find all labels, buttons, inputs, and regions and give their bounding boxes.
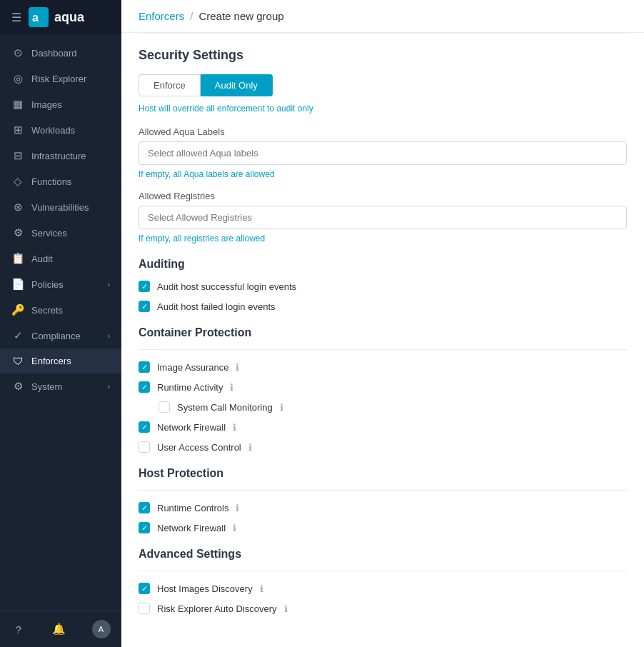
risk-explorer-auto-discovery-info-icon[interactable]: ℹ bbox=[284, 603, 288, 614]
sidebar-item-vulnerabilities[interactable]: ⊛ Vulnerabilities bbox=[0, 194, 121, 220]
audit-login-success-checkbox[interactable] bbox=[139, 281, 150, 292]
sidebar-item-secrets[interactable]: 🔑 Secrets bbox=[0, 297, 121, 323]
system-call-monitoring-info-icon[interactable]: ℹ bbox=[280, 402, 283, 413]
runtime-controls-label: Runtime Controls bbox=[157, 503, 228, 513]
security-settings-title: Security Settings bbox=[139, 48, 627, 63]
sidebar-item-label: Vulnerabilities bbox=[31, 202, 89, 213]
host-network-firewall-label: Network Firewall bbox=[157, 523, 226, 533]
sidebar-item-system[interactable]: ⚙ System › bbox=[0, 373, 121, 399]
auditing-section: Auditing Audit host successful login eve… bbox=[139, 258, 627, 312]
system-call-monitoring-row: System Call Monitoring ℹ bbox=[159, 401, 627, 413]
audit-login-failed-checkbox[interactable] bbox=[139, 301, 150, 312]
breadcrumb-separator: / bbox=[190, 10, 193, 22]
vulnerabilities-icon: ⊛ bbox=[11, 201, 24, 214]
sidebar-item-compliance[interactable]: ✓ Compliance › bbox=[0, 323, 121, 348]
breadcrumb: Enforcers / Create new group bbox=[121, 0, 644, 33]
breadcrumb-link-enforcers[interactable]: Enforcers bbox=[139, 10, 184, 22]
system-icon: ⚙ bbox=[11, 380, 24, 393]
audit-login-success-row: Audit host successful login events bbox=[139, 281, 627, 292]
sidebar-item-audit[interactable]: 📋 Audit bbox=[0, 246, 121, 271]
sidebar-item-dashboard[interactable]: ⊙ Dashboard bbox=[0, 40, 121, 66]
policies-icon: 📄 bbox=[11, 278, 24, 291]
functions-icon: ◇ bbox=[11, 175, 24, 188]
allowed-registries-input[interactable] bbox=[139, 206, 627, 229]
allowed-registries-hint: If empty, all registries are allowed bbox=[139, 234, 627, 244]
runtime-activity-label: Runtime Activity bbox=[157, 382, 223, 393]
network-firewall-checkbox[interactable] bbox=[139, 421, 150, 433]
sidebar-nav: ⊙ Dashboard ◎ Risk Explorer ▦ Images ⊞ W… bbox=[0, 34, 121, 611]
host-protection-section: Host Protection Runtime Controls ℹ Netwo… bbox=[139, 467, 627, 533]
runtime-controls-checkbox[interactable] bbox=[139, 502, 150, 513]
sidebar-item-services[interactable]: ⚙ Services bbox=[0, 220, 121, 246]
sidebar-item-label: Compliance bbox=[31, 331, 81, 341]
top-divider bbox=[139, 33, 627, 34]
user-access-control-checkbox[interactable] bbox=[139, 441, 150, 453]
sidebar-item-label: Risk Explorer bbox=[31, 74, 86, 84]
runtime-activity-checkbox[interactable] bbox=[139, 381, 150, 393]
avatar[interactable]: A bbox=[92, 620, 111, 638]
sidebar-item-functions[interactable]: ◇ Functions bbox=[0, 169, 121, 194]
runtime-controls-row: Runtime Controls ℹ bbox=[139, 502, 627, 513]
infrastructure-icon: ⊟ bbox=[11, 149, 24, 162]
network-firewall-info-icon[interactable]: ℹ bbox=[233, 422, 236, 433]
auditing-title: Auditing bbox=[139, 258, 627, 271]
runtime-activity-info-icon[interactable]: ℹ bbox=[230, 382, 233, 393]
risk-explorer-auto-discovery-row: Risk Explorer Auto Discovery ℹ bbox=[139, 603, 627, 614]
sidebar-header: ☰ a aqua bbox=[0, 0, 121, 34]
sidebar-item-risk-explorer[interactable]: ◎ Risk Explorer bbox=[0, 66, 121, 91]
allowed-aqua-labels-label: Allowed Aqua Labels bbox=[139, 126, 627, 137]
help-icon[interactable]: ? bbox=[11, 619, 25, 640]
container-protection-divider bbox=[139, 349, 627, 350]
sidebar-item-images[interactable]: ▦ Images bbox=[0, 91, 121, 117]
images-icon: ▦ bbox=[11, 98, 24, 111]
sidebar-item-infrastructure[interactable]: ⊟ Infrastructure bbox=[0, 143, 121, 169]
allowed-aqua-labels-field: Allowed Aqua Labels If empty, all Aqua l… bbox=[139, 126, 627, 179]
system-call-monitoring-label: System Call Monitoring bbox=[177, 402, 273, 413]
sidebar-item-label: Workloads bbox=[31, 125, 75, 136]
allowed-registries-label: Allowed Registries bbox=[139, 191, 627, 201]
advanced-settings-title: Advanced Settings bbox=[139, 548, 627, 561]
breadcrumb-current: Create new group bbox=[198, 10, 283, 22]
host-network-firewall-checkbox[interactable] bbox=[139, 522, 150, 533]
chevron-right-icon: › bbox=[108, 383, 110, 391]
sidebar-item-label: Images bbox=[31, 99, 62, 110]
advanced-settings-section: Advanced Settings Host Images Discovery … bbox=[139, 548, 627, 614]
audit-only-button[interactable]: Audit Only bbox=[201, 74, 273, 96]
audit-login-failed-label: Audit host failed login events bbox=[157, 301, 276, 312]
allowed-aqua-labels-hint: If empty, all Aqua labels are allowed bbox=[139, 169, 627, 179]
logo: a aqua bbox=[29, 7, 84, 27]
enforce-button[interactable]: Enforce bbox=[139, 74, 201, 96]
bell-icon[interactable]: 🔔 bbox=[48, 618, 70, 640]
sidebar-item-workloads[interactable]: ⊞ Workloads bbox=[0, 117, 121, 143]
workloads-icon: ⊞ bbox=[11, 124, 24, 136]
sidebar-item-enforcers[interactable]: 🛡 Enforcers bbox=[0, 348, 121, 373]
risk-explorer-icon: ◎ bbox=[11, 72, 24, 85]
security-settings-section: Security Settings Enforce Audit Only Hos… bbox=[139, 48, 627, 244]
host-images-discovery-checkbox[interactable] bbox=[139, 583, 150, 594]
logo-text: aqua bbox=[54, 10, 84, 25]
image-assurance-info-icon[interactable]: ℹ bbox=[236, 362, 239, 373]
dashboard-icon: ⊙ bbox=[11, 46, 24, 59]
host-network-firewall-info-icon[interactable]: ℹ bbox=[233, 523, 236, 533]
image-assurance-checkbox[interactable] bbox=[139, 361, 150, 373]
main-content: Enforcers / Create new group Security Se… bbox=[121, 0, 644, 647]
enforce-toggle-group: Enforce Audit Only bbox=[139, 74, 627, 96]
allowed-aqua-labels-input[interactable] bbox=[139, 141, 627, 165]
sidebar-item-policies[interactable]: 📄 Policies › bbox=[0, 271, 121, 297]
sidebar: ☰ a aqua ⊙ Dashboard ◎ Risk Explorer ▦ I… bbox=[0, 0, 121, 647]
risk-explorer-auto-discovery-checkbox[interactable] bbox=[139, 603, 150, 614]
host-images-discovery-info-icon[interactable]: ℹ bbox=[260, 583, 263, 594]
sidebar-item-label: Dashboard bbox=[31, 48, 77, 59]
sidebar-footer: ? 🔔 A bbox=[0, 611, 121, 647]
sidebar-item-label: Functions bbox=[31, 176, 71, 187]
aqua-logo-icon: a bbox=[29, 7, 49, 27]
system-call-monitoring-checkbox[interactable] bbox=[159, 401, 170, 413]
hamburger-icon[interactable]: ☰ bbox=[11, 11, 21, 24]
services-icon: ⚙ bbox=[11, 226, 24, 239]
sidebar-item-label: Audit bbox=[31, 254, 53, 264]
user-access-control-info-icon[interactable]: ℹ bbox=[248, 442, 252, 453]
runtime-controls-info-icon[interactable]: ℹ bbox=[236, 503, 239, 513]
content-area: Security Settings Enforce Audit Only Hos… bbox=[121, 33, 644, 647]
sidebar-item-label: Infrastructure bbox=[31, 151, 86, 161]
compliance-icon: ✓ bbox=[11, 329, 24, 342]
